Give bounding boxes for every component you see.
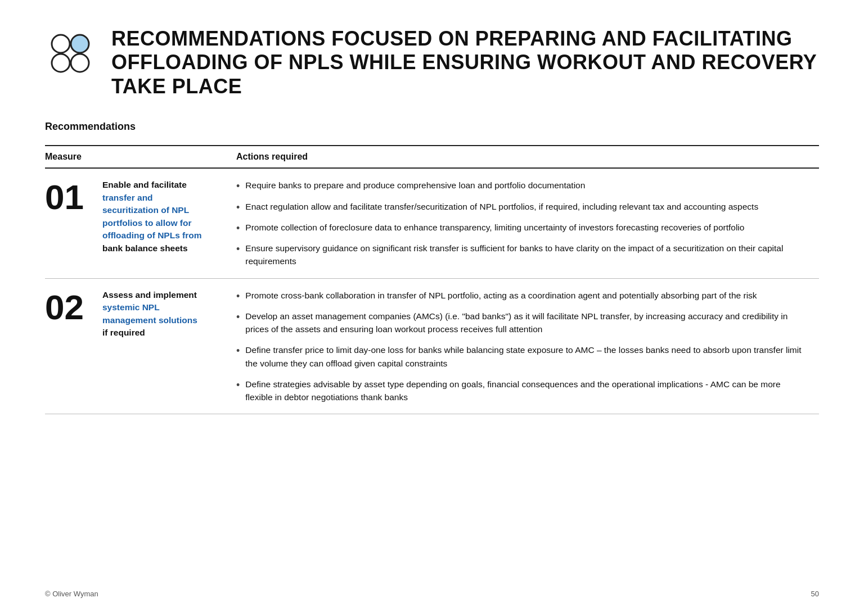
svg-point-0 [52,35,70,53]
measure-line2-02: systemic NPLmanagement solutions [102,302,197,324]
bullet-icon: • [236,346,240,356]
actions-cell-02: • Promote cross-bank collaboration in tr… [236,278,819,414]
actions-list-01: • Require banks to prepare and produce c… [236,179,810,268]
recommendations-table: Measure Actions required 01 Enable and f… [45,145,819,414]
measure-line1-01: Enable and facilitate [102,180,187,189]
page-title: RECOMMENDATIONS FOCUSED ON PREPARING AND… [111,27,819,98]
header: RECOMMENDATIONS FOCUSED ON PREPARING AND… [45,27,819,98]
action-text: Enact regulation allow and facilitate tr… [245,200,758,213]
action-item: • Promote cross-bank collaboration in tr… [236,289,810,302]
measure-text-02: Assess and implement systemic NPLmanagem… [102,289,197,339]
action-item: • Ensure supervisory guidance on signifi… [236,242,810,268]
actions-cell-01: • Require banks to prepare and produce c… [236,168,819,278]
bullet-icon: • [236,312,240,322]
table-row: 02 Assess and implement systemic NPLmana… [45,278,819,414]
footer-page-number: 50 [811,590,819,598]
measure-line3-01: bank balance sheets [102,243,188,253]
svg-point-2 [52,54,70,72]
measure-line3-02: if required [102,328,145,337]
action-text: Promote cross-bank collaboration in tran… [245,289,757,302]
action-text: Define transfer price to limit day-one l… [245,343,810,370]
bullet-icon: • [236,380,240,390]
bullet-icon: • [236,181,240,191]
measure-line2-01: transfer andsecuritization of NPLportfol… [102,193,202,240]
col-header-measure: Measure [45,146,236,168]
bullet-icon: • [236,291,240,301]
table-row: 01 Enable and facilitate transfer andsec… [45,168,819,278]
action-text: Define strategies advisable by asset typ… [245,378,810,404]
action-text: Promote collection of foreclosure data t… [245,221,744,234]
measure-number-01: 01 [45,180,90,215]
action-text: Require banks to prepare and produce com… [245,179,585,192]
measure-text-01: Enable and facilitate transfer andsecuri… [102,179,202,255]
measure-cell-01: 01 Enable and facilitate transfer andsec… [45,168,236,278]
action-item: • Develop an asset management companies … [236,310,810,336]
action-item: • Define strategies advisable by asset t… [236,378,810,404]
actions-list-02: • Promote cross-bank collaboration in tr… [236,289,810,404]
bullet-icon: • [236,223,240,233]
footer-copyright: © Oliver Wyman [45,590,98,598]
bullet-icon: • [236,244,240,254]
page: RECOMMENDATIONS FOCUSED ON PREPARING AND… [0,0,864,616]
action-item: • Promote collection of foreclosure data… [236,221,810,234]
action-item: • Enact regulation allow and facilitate … [236,200,810,213]
measure-number-02: 02 [45,290,90,325]
measure-line1-02: Assess and implement [102,290,197,300]
action-text: Ensure supervisory guidance on significa… [245,242,810,268]
svg-point-1 [71,35,89,53]
measure-cell-02: 02 Assess and implement systemic NPLmana… [45,278,236,414]
logo-icon [45,28,96,79]
section-label: Recommendations [45,121,819,133]
footer: © Oliver Wyman 50 [45,590,819,598]
bullet-icon: • [236,202,240,212]
col-header-actions: Actions required [236,146,819,168]
action-item: • Define transfer price to limit day-one… [236,343,810,370]
action-item: • Require banks to prepare and produce c… [236,179,810,192]
svg-point-3 [71,54,89,72]
action-text: Develop an asset management companies (A… [245,310,810,336]
